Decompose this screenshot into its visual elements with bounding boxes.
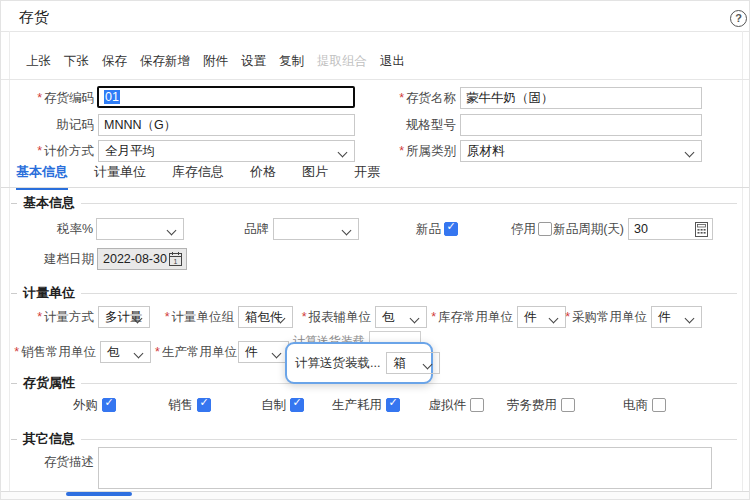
tax-rate-label: 税率% (21, 218, 93, 240)
required-asterisk: * (14, 345, 19, 359)
chevron-down-icon (549, 314, 559, 324)
divider (742, 31, 743, 491)
divider (11, 293, 17, 294)
settings-button[interactable]: 设置 (241, 53, 266, 70)
report-aux-unit-label: *报表辅单位 (297, 306, 371, 328)
name-input[interactable]: 蒙牛牛奶（固） (460, 87, 702, 109)
required-asterisk: * (37, 144, 42, 158)
chevron-down-icon (167, 226, 177, 236)
toolbar: 上张 下张 保存 保存新增 附件 设置 复制 提取组合 退出 (26, 53, 405, 70)
section-title: 基本信息 (23, 194, 75, 212)
tab-price[interactable]: 价格 (250, 163, 276, 190)
checkbox-label: 劳务费用 (507, 397, 557, 414)
create-date-label: 建档日期 (19, 248, 94, 270)
pricing-value: 全月平均 (105, 144, 155, 158)
section-title: 计量单位 (23, 284, 75, 302)
divider (81, 439, 737, 440)
checkbox-label: 外购 (73, 397, 98, 414)
measure-mode-select[interactable]: 多计量 (98, 306, 150, 328)
calculator-icon[interactable] (695, 222, 708, 240)
load-unit-popup-label: 计算送货装载... (295, 355, 380, 372)
tab-stock-info[interactable]: 库存信息 (172, 163, 224, 190)
pricing-select[interactable]: 全月平均 (98, 140, 355, 162)
category-select[interactable]: 原材料 (460, 140, 702, 162)
chevron-down-icon (134, 349, 144, 359)
svg-text:1: 1 (174, 258, 178, 265)
divider (1, 187, 749, 188)
spec-input[interactable] (460, 114, 702, 136)
divider (81, 293, 737, 294)
calendar-icon[interactable]: 1 (169, 252, 182, 270)
desc-label: 存货描述 (19, 451, 94, 473)
tab-basic-info[interactable]: 基本信息 (16, 163, 68, 190)
mnemonic-input[interactable]: MNNN（G） (98, 114, 355, 136)
divider (11, 439, 17, 440)
tab-picture[interactable]: 图片 (302, 163, 328, 190)
new-item-checkbox[interactable] (444, 222, 458, 236)
attachment-button[interactable]: 附件 (203, 53, 228, 70)
measure-mode-label: *计量方式 (13, 306, 94, 328)
sale-unit-label: *销售常用单位 (13, 341, 96, 363)
chevron-down-icon (272, 349, 282, 359)
purchase-unit-select[interactable]: 件 (651, 306, 702, 328)
outsourced-checkbox[interactable] (102, 398, 116, 412)
new-item-label: 新品 (386, 218, 441, 240)
copy-button[interactable]: 复制 (279, 53, 304, 70)
desc-textarea[interactable] (98, 447, 712, 489)
sale-unit-select[interactable]: 包 (100, 341, 151, 363)
required-asterisk: * (37, 310, 42, 324)
section-basic-info: 基本信息 (11, 194, 737, 212)
chevron-down-icon (423, 360, 433, 370)
checkbox-label: 销售 (168, 397, 193, 414)
next-record-button[interactable]: 下张 (64, 53, 89, 70)
chevron-down-icon (410, 314, 420, 324)
exit-button[interactable]: 退出 (380, 53, 405, 70)
spec-label: 规格型号 (361, 114, 456, 136)
selected-text: 01 (104, 90, 120, 104)
create-date-input[interactable]: 2022-08-30 1 (97, 248, 187, 270)
chevron-down-icon (685, 314, 695, 324)
chevron-down-icon (342, 226, 352, 236)
save-and-new-button[interactable]: 保存新增 (140, 53, 190, 70)
chevron-down-icon (685, 148, 695, 158)
save-button[interactable]: 保存 (102, 53, 127, 70)
code-input[interactable]: 01 (97, 86, 355, 108)
required-asterisk: * (431, 310, 436, 324)
page-title: 存货 (19, 8, 49, 27)
extract-combo-button: 提取组合 (317, 53, 367, 70)
divider (11, 203, 17, 204)
category-label: *所属类别 (361, 140, 456, 162)
unit-group-select[interactable]: 箱包件 (238, 306, 293, 328)
load-unit-select[interactable]: 箱 (386, 352, 440, 374)
unit-group-label: *计量单位组 (156, 306, 234, 328)
tax-rate-select[interactable] (96, 218, 184, 240)
load-unit-popup: 计算送货装载... 箱 (285, 342, 433, 384)
tab-unit[interactable]: 计量单位 (94, 163, 146, 190)
divider (11, 383, 17, 384)
attr-outsourced: 外购 (31, 396, 116, 414)
brand-select[interactable] (273, 218, 359, 240)
required-asterisk: * (399, 144, 404, 158)
section-title: 其它信息 (23, 430, 75, 448)
tab-invoicing[interactable]: 开票 (354, 163, 380, 190)
divider (1, 31, 749, 32)
category-value: 原材料 (467, 144, 505, 158)
new-cycle-input[interactable]: 30 (628, 218, 713, 240)
chevron-down-icon (338, 148, 348, 158)
divider (1, 79, 749, 80)
attr-ecommerce: 电商 (551, 396, 666, 414)
ecommerce-checkbox[interactable] (652, 398, 666, 412)
produce-unit-select[interactable]: 件 (238, 341, 289, 363)
horizontal-scrollbar-thumb[interactable] (66, 492, 132, 496)
attr-sale: 销售 (126, 396, 211, 414)
required-asterisk: * (37, 91, 42, 105)
prev-record-button[interactable]: 上张 (26, 53, 51, 70)
report-aux-unit-select[interactable]: 包 (375, 306, 427, 328)
brand-label: 品牌 (211, 218, 269, 240)
section-other-info: 其它信息 (11, 430, 737, 448)
sale-checkbox[interactable] (197, 398, 211, 412)
produce-unit-label: *生产常用单位 (155, 341, 234, 363)
required-asterisk: * (302, 310, 307, 324)
purchase-unit-label: *采购常用单位 (559, 306, 647, 328)
help-icon[interactable]: ? (730, 10, 747, 27)
